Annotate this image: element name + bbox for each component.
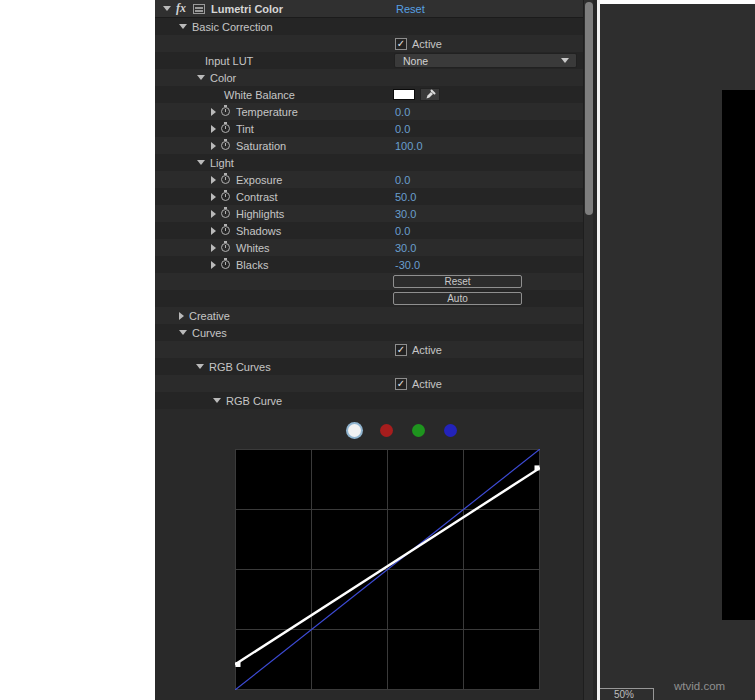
param-row-shadows: Shadows 0.0 — [155, 222, 583, 239]
effect-icon — [193, 4, 205, 14]
effect-controls-panel: fx Lumetri Color Reset Basic Correction … — [155, 0, 583, 700]
curves-label: Curves — [192, 327, 227, 339]
program-monitor-panel: 50% wtvid.com — [600, 0, 755, 700]
param-value[interactable]: -30.0 — [395, 259, 420, 271]
input-lut-dropdown[interactable]: None — [394, 53, 577, 68]
section-row-basic-correction[interactable]: Basic Correction — [155, 18, 583, 35]
expand-chevron-icon[interactable] — [211, 108, 216, 116]
param-row-temperature: Temperature 0.0 — [155, 103, 583, 120]
input-lut-row: Input LUT None — [155, 52, 583, 69]
light-collapse-icon[interactable] — [197, 160, 205, 165]
stopwatch-icon[interactable] — [221, 209, 230, 218]
param-label: Shadows — [236, 225, 281, 237]
stopwatch-icon[interactable] — [221, 141, 230, 150]
rgb-curve-label: RGB Curve — [226, 395, 282, 407]
creative-label: Creative — [189, 310, 230, 322]
param-label: Exposure — [236, 174, 282, 186]
rgb-curve-area — [155, 409, 583, 700]
stopwatch-icon[interactable] — [221, 243, 230, 252]
active-row-basic-correction: Active — [155, 35, 583, 52]
basic-correction-collapse-icon[interactable] — [179, 24, 187, 29]
active-row-rgb-curves: Active — [155, 375, 583, 392]
param-row-whites: Whites 30.0 — [155, 239, 583, 256]
param-value[interactable]: 30.0 — [395, 208, 416, 220]
expand-chevron-icon[interactable] — [211, 193, 216, 201]
section-row-creative[interactable]: Creative — [155, 307, 583, 324]
active-row-curves: Active — [155, 341, 583, 358]
white-balance-row: White Balance — [155, 86, 583, 103]
param-row-blacks: Blacks -30.0 — [155, 256, 583, 273]
rgb-curve-collapse-icon[interactable] — [213, 398, 221, 403]
scrollbar-thumb[interactable] — [585, 2, 593, 215]
white-balance-label: White Balance — [224, 89, 295, 101]
expand-chevron-icon[interactable] — [211, 261, 216, 269]
param-value[interactable]: 0.0 — [395, 123, 410, 135]
stopwatch-icon[interactable] — [221, 260, 230, 269]
curves-collapse-icon[interactable] — [179, 330, 187, 335]
effect-collapse-chevron-icon[interactable] — [163, 6, 171, 11]
zoom-level-value: 50% — [614, 689, 634, 700]
rgb-curves-label: RGB Curves — [209, 361, 271, 373]
basic-correction-active-checkbox[interactable] — [395, 38, 407, 50]
stopwatch-icon[interactable] — [221, 107, 230, 116]
section-row-curves[interactable]: Curves — [155, 324, 583, 341]
effect-header-row[interactable]: fx Lumetri Color Reset — [155, 0, 583, 18]
channel-red-button[interactable] — [380, 424, 393, 437]
param-label: Blacks — [236, 259, 268, 271]
channel-green-button[interactable] — [412, 424, 425, 437]
auto-button[interactable]: Auto — [393, 292, 522, 305]
active-label: Active — [412, 378, 442, 390]
curves-active-checkbox[interactable] — [395, 344, 407, 356]
rgb-curves-active-checkbox[interactable] — [395, 378, 407, 390]
rgb-curve-plot — [235, 449, 540, 690]
effects-panel-scrollbar[interactable] — [583, 0, 593, 700]
channel-white-button[interactable] — [348, 424, 361, 437]
group-row-rgb-curves[interactable]: RGB Curves — [155, 358, 583, 375]
fx-icon: fx — [176, 1, 186, 16]
expand-chevron-icon[interactable] — [211, 142, 216, 150]
white-balance-color-swatch[interactable] — [393, 89, 415, 100]
rgb-curve-editor[interactable] — [235, 449, 540, 690]
reset-button[interactable]: Reset — [393, 275, 522, 288]
dropdown-chevron-icon — [561, 58, 569, 63]
param-value[interactable]: 0.0 — [395, 174, 410, 186]
curve-handle[interactable] — [236, 662, 241, 667]
color-collapse-icon[interactable] — [197, 75, 205, 80]
expand-chevron-icon[interactable] — [211, 210, 216, 218]
param-value[interactable]: 0.0 — [395, 225, 410, 237]
stopwatch-icon[interactable] — [221, 175, 230, 184]
input-lut-selected-value: None — [403, 55, 428, 67]
expand-chevron-icon[interactable] — [211, 227, 216, 235]
param-label: Whites — [236, 242, 270, 254]
eyedropper-icon — [425, 89, 436, 100]
param-label: Tint — [236, 123, 254, 135]
group-row-light[interactable]: Light — [155, 154, 583, 171]
light-group-label: Light — [210, 157, 234, 169]
effect-reset-link[interactable]: Reset — [396, 3, 425, 15]
white-balance-eyedropper-button[interactable] — [420, 88, 440, 101]
creative-expand-icon[interactable] — [179, 312, 184, 320]
group-row-rgb-curve[interactable]: RGB Curve — [155, 392, 583, 409]
channel-blue-button[interactable] — [444, 424, 457, 437]
param-row-tint: Tint 0.0 — [155, 120, 583, 137]
stopwatch-icon[interactable] — [221, 226, 230, 235]
auto-button-row: Auto — [155, 290, 583, 307]
stopwatch-icon[interactable] — [221, 124, 230, 133]
zoom-level-dropdown[interactable]: 50% — [600, 688, 654, 700]
color-group-label: Color — [210, 72, 236, 84]
reset-button-row: Reset — [155, 273, 583, 290]
rgb-curves-collapse-icon[interactable] — [196, 364, 204, 369]
watermark-text: wtvid.com — [674, 680, 725, 692]
group-row-color[interactable]: Color — [155, 69, 583, 86]
expand-chevron-icon[interactable] — [211, 244, 216, 252]
param-row-highlights: Highlights 30.0 — [155, 205, 583, 222]
param-value[interactable]: 0.0 — [395, 106, 410, 118]
basic-correction-label: Basic Correction — [192, 21, 273, 33]
expand-chevron-icon[interactable] — [211, 176, 216, 184]
stopwatch-icon[interactable] — [221, 192, 230, 201]
param-value[interactable]: 100.0 — [395, 140, 423, 152]
param-value[interactable]: 50.0 — [395, 191, 416, 203]
curve-handle[interactable] — [535, 465, 540, 470]
expand-chevron-icon[interactable] — [211, 125, 216, 133]
param-value[interactable]: 30.0 — [395, 242, 416, 254]
